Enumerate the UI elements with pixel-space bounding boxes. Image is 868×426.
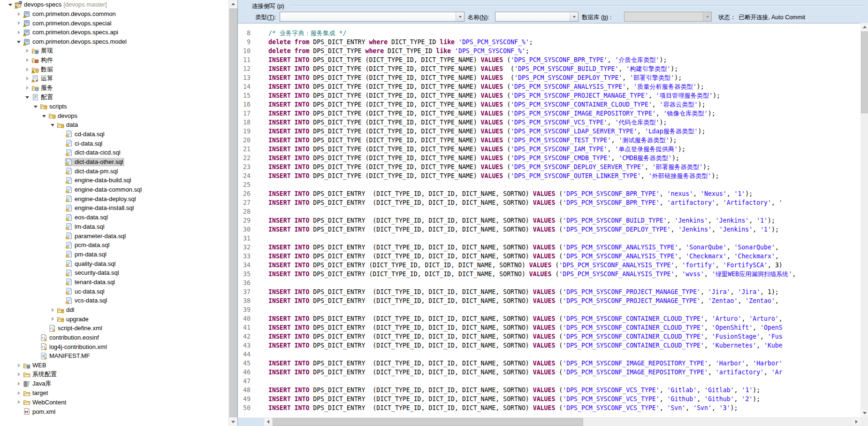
tree-item-lm-data-sql[interactable]: lm-data.sql — [0, 222, 228, 232]
tree-item-ci-data-sql[interactable]: ci-data.sql — [0, 139, 228, 148]
tree-item-ddl[interactable]: ddl — [0, 305, 228, 315]
expand-arrow-icon[interactable] — [23, 56, 31, 64]
tree-item-content[interactable]: dict-data-other.sql — [65, 158, 124, 166]
tree-item-vcs-data-sql[interactable]: vcs-data.sql — [0, 296, 228, 305]
chevron-down-icon[interactable] — [570, 12, 578, 21]
expand-arrow-icon[interactable] — [49, 315, 56, 323]
sql-text-editor[interactable]: 8/* 业务字典：服务集成 */9delete from DPS_DICT_EN… — [238, 23, 860, 418]
tree-item-content[interactable]: ddl — [56, 306, 76, 314]
tree-item-content[interactable]: com.primeton.devops.specs.model — [23, 38, 128, 46]
tree-item-系统配置[interactable]: 系统配置 — [0, 370, 228, 380]
tree-item-content[interactable]: 系统配置 — [23, 370, 58, 379]
tree-item-script-define-xml[interactable]: script-define.xml — [0, 324, 228, 333]
tree-item-dict-data-cicd-sql[interactable]: dict-data-cicd.sql — [0, 148, 228, 157]
chevron-down-icon[interactable] — [456, 12, 464, 21]
tree-item-content[interactable]: dict-data-cicd.sql — [65, 148, 122, 157]
tree-item-pom-xml[interactable]: pom.xml — [0, 407, 228, 416]
tree-item-content[interactable]: scripts — [39, 102, 69, 110]
tree-scrollbar-thumb[interactable] — [229, 8, 237, 417]
expand-arrow-icon[interactable] — [15, 19, 23, 27]
tree-item-com-primeton-devops-common[interactable]: com.primeton.devops.common — [0, 9, 228, 19]
tree-item-log4j-contribution-xml[interactable]: log4j-contribution.xml — [0, 342, 228, 351]
tree-item-content[interactable]: log4j-contribution.xml — [39, 342, 108, 351]
tree-item-engine-data-deploy-sql[interactable]: engine-data-deploy.sql — [0, 194, 228, 203]
tree-item-engine-data-install-sql[interactable]: engine-data-install.sql — [0, 203, 228, 213]
scroll-right-icon[interactable] — [853, 418, 860, 426]
code-area[interactable]: 8/* 业务字典：服务集成 */9delete from DPS_DICT_EN… — [238, 29, 860, 412]
tree-item-parameter-data-sql[interactable]: parameter-data.sql — [0, 231, 228, 240]
tree-item-content[interactable]: com.primeton.devops.special — [23, 19, 113, 27]
tree-item-web[interactable]: WEB — [0, 361, 228, 370]
collapse-arrow-icon[interactable] — [7, 1, 14, 8]
tree-item-data[interactable]: data — [0, 120, 228, 130]
tree-item-content[interactable]: data — [56, 121, 79, 129]
expand-arrow-icon[interactable] — [15, 389, 23, 397]
tree-item-cd-data-sql[interactable]: cd-data.sql — [0, 130, 228, 139]
editor-vscrollbar-thumb[interactable] — [861, 31, 868, 113]
tree-item-content[interactable]: security-data.sql — [65, 269, 121, 277]
tree-item-content[interactable]: engine-data-install.sql — [65, 204, 135, 212]
tree-item-content[interactable]: cd-data.sql — [65, 130, 106, 138]
tree-item-content[interactable]: engine-data-build.sql — [65, 176, 133, 185]
expand-arrow-icon[interactable] — [15, 10, 23, 18]
tree-item-content[interactable]: quality-data.sql — [65, 259, 117, 268]
tree-item-com-primeton-devops-special[interactable]: com.primeton.devops.special — [0, 18, 228, 28]
editor-hscrollbar[interactable] — [264, 417, 860, 426]
tree-item-quality-data-sql[interactable]: quality-data.sql — [0, 259, 228, 268]
tree-item-content[interactable]: uc-data.sql — [65, 287, 106, 295]
editor-vscrollbar[interactable] — [860, 23, 868, 417]
expand-arrow-icon[interactable] — [15, 362, 23, 369]
name-combo[interactable] — [495, 12, 579, 22]
tree-item-content[interactable]: 服务 — [31, 83, 54, 93]
tree-item-content[interactable]: pom.xml — [23, 407, 57, 416]
tree-item-scripts[interactable]: scripts — [0, 102, 228, 111]
tree-item-engine-data-build-sql[interactable]: engine-data-build.sql — [0, 176, 228, 185]
scroll-down-icon[interactable] — [860, 409, 868, 417]
tree-item-content[interactable]: target — [23, 389, 49, 397]
tree-item-engine-data-common-sql[interactable]: engine-data-common.sql — [0, 185, 228, 194]
tree-item-content[interactable]: pm-data.sql — [65, 250, 108, 258]
tree-item-content[interactable]: ci-data.sql — [65, 139, 104, 147]
expand-arrow-icon[interactable] — [49, 306, 56, 314]
expand-arrow-icon[interactable] — [15, 371, 23, 378]
tree-item-pm-data-sql[interactable]: pm-data.sql — [0, 250, 228, 259]
scroll-down-icon[interactable] — [229, 418, 237, 426]
tree-item-content[interactable]: engine-data-deploy.sql — [65, 194, 137, 203]
tree-item-content[interactable]: vcs-data.sql — [65, 296, 108, 305]
scroll-left-icon[interactable] — [264, 418, 272, 426]
tree-item-content[interactable]: WEB — [23, 361, 48, 370]
tree-item-com-primeton-devops-specs-model[interactable]: com.primeton.devops.specs.model — [0, 37, 228, 46]
tree-item-pcm-data-sql[interactable]: pcm-data.sql — [0, 240, 228, 250]
type-combo[interactable] — [280, 12, 464, 22]
tree-item-content[interactable]: 配置 — [31, 93, 54, 102]
tree-item-content[interactable]: script-define.xml — [48, 324, 104, 333]
tree-item-content[interactable]: WebContent — [23, 398, 68, 406]
expand-arrow-icon[interactable] — [23, 66, 31, 73]
tree-item-content[interactable]: 数据 — [31, 65, 54, 74]
tree-item-java库[interactable]: Java库 — [0, 379, 228, 388]
tree-item-com-primeton-devops-specs-api[interactable]: com.primeton.devops.specs.api — [0, 28, 228, 37]
tree-item-uc-data-sql[interactable]: uc-data.sql — [0, 287, 228, 296]
tree-item-content[interactable]: 运算 — [31, 74, 54, 83]
tree-item-content[interactable]: devops-specs [devops master] — [14, 0, 108, 9]
tree-item-dict-data-other-sql[interactable]: dict-data-other.sql — [0, 157, 228, 167]
chevron-down-icon[interactable] — [703, 12, 711, 21]
tree-item-content[interactable]: lm-data.sql — [65, 222, 106, 231]
editor-hscrollbar-thumb[interactable] — [273, 418, 583, 426]
tree-item-eos-data-sql[interactable]: eos-data.sql — [0, 213, 228, 222]
tree-item-数据[interactable]: 数据 — [0, 65, 228, 74]
tree-item-服务[interactable]: 服务 — [0, 83, 228, 93]
tree-item-target[interactable]: target — [0, 388, 228, 398]
tree-item-tenant-data-sql[interactable]: tenant-data.sql — [0, 278, 228, 287]
tree-item-content[interactable]: 构件 — [31, 55, 54, 65]
tree-item-content[interactable]: eos-data.sql — [65, 213, 109, 222]
tree-item-upgrade[interactable]: upgrade — [0, 314, 228, 324]
tree-item-content[interactable]: contribution.eosinf — [39, 333, 100, 342]
tree-item-webcontent[interactable]: WebContent — [0, 398, 228, 407]
collapse-arrow-icon[interactable] — [32, 102, 39, 110]
tree-item-dict-data-pm-sql[interactable]: dict-data-pm.sql — [0, 166, 228, 176]
tree-item-content[interactable]: engine-data-common.sql — [65, 186, 143, 194]
tree-item-content[interactable]: parameter-data.sql — [65, 232, 127, 240]
expand-arrow-icon[interactable] — [23, 47, 31, 54]
tree-item-security-data-sql[interactable]: security-data.sql — [0, 268, 228, 278]
